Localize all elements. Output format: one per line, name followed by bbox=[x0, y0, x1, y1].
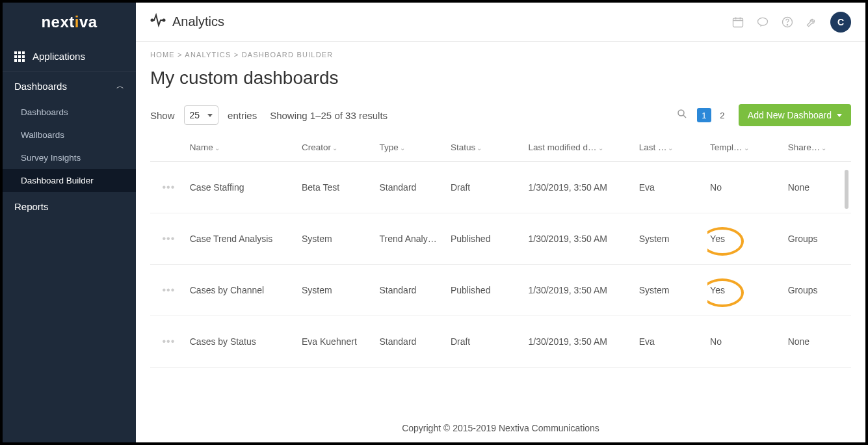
page-1[interactable]: 1 bbox=[697, 108, 711, 122]
caret-down-icon bbox=[837, 114, 842, 117]
calendar-icon[interactable] bbox=[731, 16, 744, 29]
page-header: Analytics bbox=[150, 12, 224, 31]
svg-point-1 bbox=[163, 20, 165, 21]
row-menu-icon[interactable]: ••• bbox=[150, 316, 187, 368]
table-row[interactable]: •••Cases by StatusEva KuehnertStandardDr… bbox=[150, 316, 851, 368]
logo: nextiva bbox=[3, 3, 136, 42]
entries-select[interactable]: 25 bbox=[184, 105, 219, 125]
cell-by: System bbox=[637, 265, 707, 316]
svg-point-0 bbox=[151, 20, 153, 21]
cell-shared: None bbox=[785, 316, 851, 368]
breadcrumb-home[interactable]: HOME bbox=[150, 51, 175, 59]
sort-icon: ⌄ bbox=[215, 144, 220, 152]
cell-template: Yes bbox=[707, 265, 785, 316]
sort-icon: ⌄ bbox=[477, 144, 482, 152]
breadcrumb-current: DASHBOARD BUILDER bbox=[242, 51, 334, 59]
cell-by: Eva bbox=[637, 162, 707, 213]
sort-icon: ⌄ bbox=[668, 144, 673, 152]
svg-point-5 bbox=[787, 24, 787, 25]
footer: Copyright © 2015-2019 Nextiva Communicat… bbox=[136, 414, 865, 442]
sidebar-item-wallboards[interactable]: Wallboards bbox=[3, 124, 136, 146]
page-2[interactable]: 2 bbox=[715, 108, 730, 122]
entries-value: 25 bbox=[190, 110, 200, 120]
controls-right: 1 2 Add New Dashboard bbox=[676, 104, 851, 126]
cell-shared: None bbox=[785, 162, 851, 213]
col-type[interactable]: Type⌄ bbox=[377, 133, 448, 162]
svg-point-6 bbox=[678, 110, 684, 116]
svg-point-3 bbox=[758, 18, 768, 25]
breadcrumb-analytics[interactable]: ANALYTICS bbox=[185, 51, 231, 59]
avatar[interactable]: C bbox=[830, 12, 851, 33]
col-modified[interactable]: Last modified d…⌄ bbox=[525, 133, 636, 162]
cell-creator: System bbox=[299, 265, 377, 316]
nav-dashboards-sub: Dashboards Wallboards Survey Insights Da… bbox=[3, 101, 136, 192]
breadcrumb-sep: > bbox=[178, 51, 183, 59]
grid-icon bbox=[14, 51, 25, 62]
analytics-icon bbox=[150, 12, 166, 31]
cell-creator: Beta Test bbox=[299, 162, 377, 213]
dashboards-table: Name⌄ Creator⌄ Type⌄ Status⌄ Last modifi… bbox=[150, 133, 851, 368]
show-label: Show bbox=[150, 110, 175, 121]
row-menu-icon[interactable]: ••• bbox=[150, 213, 187, 265]
svg-rect-2 bbox=[733, 18, 743, 27]
col-name[interactable]: Name⌄ bbox=[187, 133, 299, 162]
cell-by: Eva bbox=[637, 316, 707, 368]
cell-type: Standard bbox=[377, 265, 448, 316]
col-status[interactable]: Status⌄ bbox=[448, 133, 526, 162]
caret-down-icon bbox=[207, 114, 213, 117]
nav-dashboards[interactable]: Dashboards ︿ bbox=[3, 71, 136, 101]
table-row[interactable]: •••Case StaffingBeta TestStandardDraft1/… bbox=[150, 162, 851, 213]
cell-modified: 1/30/2019, 3:50 AM bbox=[525, 213, 636, 265]
cell-name: Case Staffing bbox=[187, 162, 299, 213]
sort-icon: ⌄ bbox=[744, 144, 749, 152]
table-controls: Show 25 entries Showing 1–25 of 33 resul… bbox=[150, 104, 851, 126]
col-shared[interactable]: Share…⌄ bbox=[785, 133, 851, 162]
col-by[interactable]: Last …⌄ bbox=[637, 133, 707, 162]
topbar: Analytics C bbox=[136, 3, 865, 42]
col-template[interactable]: Templ…⌄ bbox=[707, 133, 785, 162]
cell-type: Standard bbox=[377, 316, 448, 368]
add-new-dashboard-button[interactable]: Add New Dashboard bbox=[739, 104, 851, 126]
nav-reports-label: Reports bbox=[14, 201, 49, 212]
nav-applications[interactable]: Applications bbox=[3, 42, 136, 71]
cell-status: Draft bbox=[448, 162, 526, 213]
add-button-label: Add New Dashboard bbox=[748, 110, 832, 120]
cell-status: Draft bbox=[448, 316, 526, 368]
cell-modified: 1/30/2019, 3:50 AM bbox=[525, 316, 636, 368]
sort-icon: ⌄ bbox=[821, 144, 826, 152]
scrollbar[interactable] bbox=[845, 170, 848, 209]
cell-creator: System bbox=[299, 213, 377, 265]
cell-creator: Eva Kuehnert bbox=[299, 316, 377, 368]
chat-icon[interactable] bbox=[756, 16, 769, 29]
main: Analytics C HOME > ANALYTICS > DASHBOARD… bbox=[136, 3, 865, 442]
sidebar-item-dashboard-builder[interactable]: Dashboard Builder bbox=[3, 169, 136, 192]
sort-icon: ⌄ bbox=[400, 144, 405, 152]
results-text: Showing 1–25 of 33 results bbox=[270, 110, 388, 121]
cell-shared: Groups bbox=[785, 265, 851, 316]
cell-template: No bbox=[707, 316, 785, 368]
row-menu-icon[interactable]: ••• bbox=[150, 265, 187, 316]
sort-icon: ⌄ bbox=[598, 144, 603, 152]
sidebar: nextiva Applications Dashboards ︿ Dashbo… bbox=[3, 3, 136, 442]
nav-applications-label: Applications bbox=[33, 51, 85, 62]
sidebar-item-survey-insights[interactable]: Survey Insights bbox=[3, 146, 136, 169]
cell-modified: 1/30/2019, 3:50 AM bbox=[525, 162, 636, 213]
cell-name: Case Trend Analysis bbox=[187, 213, 299, 265]
sort-icon: ⌄ bbox=[332, 144, 337, 152]
nav-reports[interactable]: Reports bbox=[3, 192, 136, 221]
cell-type: Standard bbox=[377, 162, 448, 213]
table-row[interactable]: •••Cases by ChannelSystemStandardPublish… bbox=[150, 265, 851, 316]
sidebar-item-dashboards[interactable]: Dashboards bbox=[3, 101, 136, 124]
cell-status: Published bbox=[448, 213, 526, 265]
chevron-up-icon: ︿ bbox=[116, 81, 124, 92]
search-icon[interactable] bbox=[676, 108, 688, 122]
page-body: My custom dashboards Show 25 entries Sho… bbox=[136, 62, 865, 414]
page-header-title: Analytics bbox=[172, 14, 224, 29]
cell-status: Published bbox=[448, 265, 526, 316]
row-menu-icon[interactable]: ••• bbox=[150, 162, 187, 213]
col-creator[interactable]: Creator⌄ bbox=[299, 133, 377, 162]
wrench-icon[interactable] bbox=[806, 16, 819, 29]
table-row[interactable]: •••Case Trend AnalysisSystemTrend Analy…… bbox=[150, 213, 851, 265]
help-icon[interactable] bbox=[781, 16, 794, 29]
pager: 1 2 bbox=[697, 108, 730, 122]
